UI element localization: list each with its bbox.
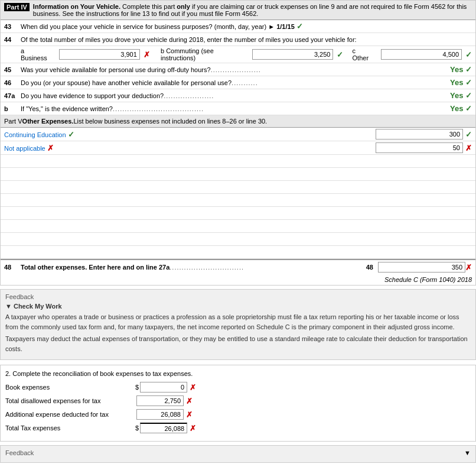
line-44-num: 44	[4, 36, 21, 43]
feedback-arrow-2[interactable]: ▼	[464, 449, 471, 459]
recon-label-3: Total Tax expenses	[5, 424, 135, 432]
miles-a-input[interactable]	[59, 49, 140, 60]
empty-row-5	[1, 207, 475, 220]
line-45-row: 45 Was your vehicle available for person…	[1, 63, 475, 76]
line-48-linenum: 48	[366, 264, 373, 271]
part-iv-section: Part IV Information on Your Vehicle. Com…	[0, 0, 476, 286]
recon-row-3: Total Tax expenses $ ✗	[5, 423, 471, 433]
recon-input-3[interactable]	[140, 423, 187, 433]
line-48-input[interactable]	[378, 262, 465, 273]
recon-input-0[interactable]	[140, 382, 187, 393]
line-46-num: 46	[4, 79, 21, 86]
recon-status-1: ✗	[186, 397, 193, 406]
line-44-text: Of the total number of miles you drove y…	[21, 36, 472, 43]
schedule-label: Schedule C (Form 1040) 2018	[1, 274, 475, 285]
recon-dollar-0: $	[135, 384, 139, 391]
line-47b-text: If "Yes," is the evidence written?......…	[21, 105, 450, 112]
expense-status-1: ✗	[47, 144, 54, 153]
expense-link-0[interactable]: Continuing Education	[4, 131, 66, 138]
miles-b-input[interactable]	[252, 49, 333, 60]
line-48-row: 48 Total other expenses. Enter here and …	[1, 259, 475, 274]
miles-a-label: a Business	[21, 47, 50, 61]
miles-c-label: c Other	[353, 47, 372, 61]
line-47b-num: b	[4, 105, 21, 112]
recon-dollar-3: $	[135, 424, 139, 432]
q2-title: 2. Complete the reconciliation of book e…	[5, 370, 471, 377]
line-44-row: 44 Of the total number of miles you drov…	[1, 33, 475, 46]
expense-input-0[interactable]	[376, 129, 463, 140]
line-47a-row: 47a Do you have evidence to support your…	[1, 89, 475, 102]
line-43-row: 43 When did you place your vehicle in se…	[1, 20, 475, 33]
recon-status-2: ✗	[186, 410, 193, 419]
line-48-num: 48	[4, 264, 21, 271]
recon-row-2: Additional expense deducted for tax ✗	[5, 409, 471, 420]
empty-row-7	[1, 233, 475, 246]
line-47b-row: b If "Yes," is the evidence written?....…	[1, 102, 475, 115]
part-iv-header: Part IV Information on Your Vehicle. Com…	[1, 1, 475, 20]
empty-row-3	[1, 181, 475, 194]
section-2: 2. Complete the reconciliation of book e…	[0, 365, 476, 442]
line-45-right: Yes ✓	[450, 65, 472, 74]
part-iv-label: Part IV	[4, 3, 30, 11]
expense-name-0: Continuing Education ✓	[4, 130, 376, 139]
line-45-text: Was your vehicle available for personal …	[21, 66, 450, 73]
part-v-header: Part V Other Expenses. List below busine…	[1, 115, 475, 128]
expense-link-1[interactable]: Not applicable	[4, 145, 45, 152]
line-47b-right: Yes ✓	[450, 104, 472, 113]
line-47a-num: 47a	[4, 92, 21, 99]
line-44-miles: a Business ✗ b Commuting (see instructio…	[1, 46, 475, 63]
feedback-text-1: A taxpayer who operates a trade or busin…	[5, 312, 471, 332]
miles-b-status: ✓	[337, 50, 343, 59]
part-v-label: Part V	[4, 118, 22, 125]
line-47a-right: Yes ✓	[450, 91, 472, 100]
expense-value-area-0: ✓	[376, 129, 472, 140]
recon-label-2: Additional expense deducted for tax	[5, 411, 135, 418]
feedback-section: Feedback ▼ Check My Work A taxpayer who …	[0, 289, 476, 360]
empty-row-4	[1, 194, 475, 207]
miles-c-input[interactable]	[381, 49, 462, 60]
line-46-text: Do you (or your spouse) have another veh…	[21, 79, 450, 86]
empty-row-8	[1, 246, 475, 259]
feedback-section-2: Feedback ▼	[0, 445, 476, 463]
empty-row-6	[1, 220, 475, 233]
recon-row-1: Total disallowed expenses for tax ✗	[5, 395, 471, 406]
expense-status-0: ✓	[68, 130, 74, 139]
expense-name-1: Not applicable ✗	[4, 144, 376, 153]
recon-status-3: ✗	[190, 424, 196, 433]
expense-value-area-1: ✗	[376, 142, 472, 153]
line-46-value: Yes ✓	[450, 78, 472, 87]
recon-input-2[interactable]	[136, 409, 184, 420]
recon-label-0: Book expenses	[5, 384, 135, 391]
expense-value-status-0: ✓	[465, 130, 472, 139]
recon-label-1: Total disallowed expenses for tax	[5, 397, 135, 404]
expense-row-0: Continuing Education ✓ ✓	[1, 128, 475, 141]
feedback-title: Feedback	[5, 293, 471, 300]
line-47b-value: Yes ✓	[450, 104, 472, 113]
empty-row-2	[1, 168, 475, 181]
line-46-right: Yes ✓	[450, 78, 472, 87]
check-my-work[interactable]: ▼ Check My Work	[5, 303, 471, 310]
empty-row-1	[1, 155, 475, 168]
line-46-row: 46 Do you (or your spouse) have another …	[1, 76, 475, 89]
feedback-title-2: Feedback	[5, 449, 34, 456]
expense-row-1: Not applicable ✗ ✗	[1, 141, 475, 155]
recon-status-0: ✗	[190, 383, 196, 392]
miles-a-status: ✗	[144, 50, 150, 59]
part-iv-description: Information on Your Vehicle. Complete th…	[33, 3, 472, 17]
expense-input-1[interactable]	[376, 142, 463, 153]
line-47a-text: Do you have evidence to support your ded…	[21, 92, 450, 99]
line-45-value: Yes ✓	[450, 65, 472, 74]
line-48-status: ✗	[465, 263, 472, 272]
feedback-text-2: Taxpayers may deduct the actual expenses…	[5, 334, 471, 354]
recon-input-1[interactable]	[136, 395, 184, 406]
recon-row-0: Book expenses $ ✗	[5, 382, 471, 393]
line-43-num: 43	[4, 23, 21, 30]
line-43-text: When did you place your vehicle in servi…	[21, 22, 472, 31]
miles-c-status: ✓	[465, 50, 472, 59]
miles-b-label: b Commuting (see instructions)	[161, 47, 243, 61]
line-48-text: Total other expenses. Enter here and on …	[21, 264, 366, 271]
line-45-num: 45	[4, 66, 21, 73]
line-47a-value: Yes ✓	[450, 91, 472, 100]
expense-value-status-1: ✗	[465, 144, 472, 153]
